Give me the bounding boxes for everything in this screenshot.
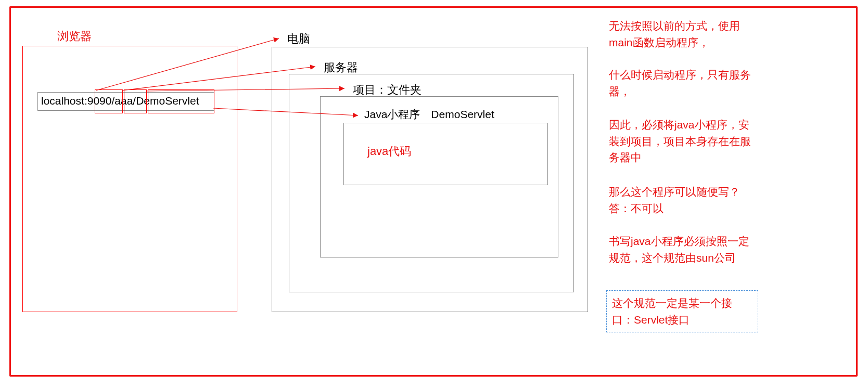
- url-seg-path2-box: [148, 89, 214, 113]
- mini-label: Java小程序 DemoServlet: [364, 107, 494, 122]
- computer-label: 电脑: [287, 31, 310, 47]
- note-2: 什么时候启动程序，只有服务器，: [609, 67, 752, 99]
- url-seg-port-box: [95, 89, 123, 113]
- code-label: java代码: [367, 144, 411, 159]
- note-6-box: 这个规范一定是某一个接口：Servlet接口: [606, 290, 758, 332]
- note-3: 因此，必须将java小程序，安装到项目，项目本身存在在服务器中: [609, 117, 752, 166]
- note-5: 书写java小程序必须按照一定规范，这个规范由sun公司: [609, 233, 752, 266]
- note-6: 这个规范一定是某一个接口：Servlet接口: [612, 297, 732, 326]
- server-label: 服务器: [324, 60, 358, 75]
- note-1: 无法按照以前的方式，使用main函数启动程序，: [609, 18, 752, 50]
- diagram-container: 浏览器 localhost:9090/aaa/DemoServlet 电脑 服务…: [0, 0, 868, 387]
- note-4: 那么这个程序可以随便写？答：不可以: [609, 184, 752, 216]
- url-seg-path1-box: [124, 89, 147, 113]
- project-label: 项目：文件夹: [353, 82, 422, 98]
- browser-box: [22, 46, 237, 312]
- browser-title: 浏览器: [57, 29, 92, 44]
